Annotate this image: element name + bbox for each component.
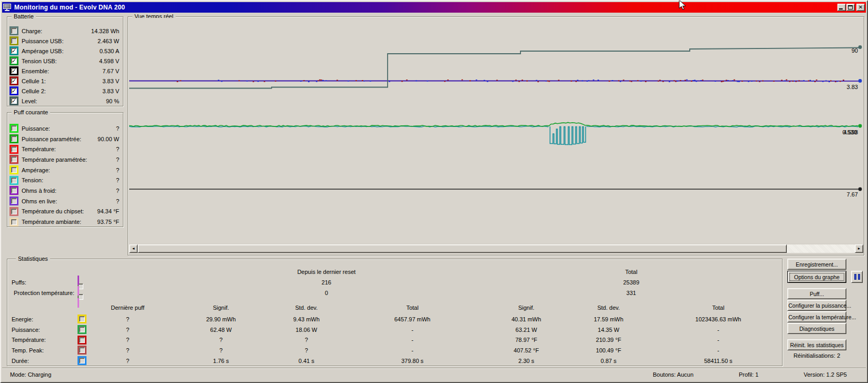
checkbox[interactable]: ✓ [11,58,17,64]
row-label: Température ambiante: [22,219,81,225]
table-cell: ? [162,337,280,343]
row-label: Ohms en live: [22,198,57,204]
list-item: ✓Tension USB:4.598 V [7,56,123,66]
checkbox[interactable] [11,188,17,193]
table-cell: 62.48 W [162,327,280,333]
color-swatch: ✓ [9,66,18,75]
enregistrement-button[interactable]: Enregistrement... [787,259,846,270]
check-icon: ✓ [12,99,16,103]
checkbox[interactable] [79,316,85,322]
table-cell [78,346,93,355]
color-swatch [9,165,18,174]
table-cell: - [333,337,492,343]
scroll-left-button[interactable]: ◄ [129,244,138,253]
scroll-right-button[interactable]: ► [855,244,863,253]
checkbox[interactable]: ✓ [11,68,17,74]
list-item: ✓Cellule 1:3.83 V [7,76,123,86]
table-cell: ? [93,327,162,333]
status-version: Version: 1.2 SP5 [804,368,847,381]
list-item: Puissance:? [7,123,123,134]
checkbox[interactable] [79,358,85,364]
checkbox[interactable] [11,156,17,162]
row-label: Température du chipset: [22,208,84,214]
checkbox[interactable]: ✓ [11,78,17,84]
checkbox[interactable] [79,347,85,353]
checkbox[interactable] [11,136,17,142]
color-swatch [9,26,18,35]
table-cell: ? [93,358,162,364]
total-header: Total [526,269,737,275]
row-label: Puissance paramétrée: [22,136,81,142]
color-swatch [78,356,86,365]
checkbox[interactable] [79,337,85,343]
table-cell: 29.90 mWh [162,316,280,322]
color-swatch: ✓ [9,46,18,55]
pause-graph-button[interactable] [851,271,863,283]
row-value: ? [116,198,119,204]
checkbox[interactable] [78,294,83,300]
maximize-button[interactable] [846,4,855,11]
configurer-puissance-button[interactable]: Configurer la puissance... [787,300,846,311]
options-graphe-button[interactable]: Options du graphe [787,271,846,283]
table-cell: 14.35 W [561,327,657,333]
color-swatch [9,197,18,205]
checkbox[interactable] [11,219,17,225]
color-swatch [78,325,86,334]
row-value: 3.83 V [102,78,119,84]
table-cell: 379.80 s [333,358,492,364]
row-label: Level: [22,98,37,104]
row-label: Température paramétrée: [22,156,87,163]
diagnostiques-button[interactable]: Diagnostiques [787,323,846,334]
checkbox[interactable] [11,198,17,204]
batterie-rows: Charge:14.328 WhPuissance USB:2.463 W✓Am… [7,26,123,106]
row-label: Tension: [22,177,43,183]
list-item: ✓Cellule 2:3.83 V [7,86,123,96]
scroll-left-icon: ◄ [132,247,136,250]
checkbox[interactable] [79,327,85,332]
checkbox[interactable] [11,209,17,214]
table-cell: Durée: [12,358,78,364]
table-cell: - [657,347,780,353]
row-label: Cellule 1: [22,78,46,84]
list-item: Ohms en live:? [7,196,123,207]
puffs-since-reset: 216 [221,279,432,286]
table-cell: ? [93,316,162,322]
color-swatch: ✓ [9,96,18,105]
row-label: Ohms à froid: [22,188,56,194]
list-item: Puissance USB:2.463 W [7,36,123,46]
level-line-value: 90 [852,47,858,54]
scrollbar-track[interactable] [787,244,855,253]
close-button[interactable]: ✕ [856,4,865,11]
puff-button[interactable]: Puff... [787,288,846,299]
row-value: 93.75 °F [97,219,119,225]
table-cell: ? [162,347,280,353]
checkbox[interactable] [11,146,17,152]
configurer-temperature-button[interactable]: Configurer la température... [787,311,846,322]
window-title: Monitoring du mod - Evolv DNA 200 [14,4,125,11]
checkbox[interactable] [11,28,17,34]
minimize-button[interactable] [837,4,846,11]
table-cell: 0.41 s [280,358,333,364]
color-swatch [9,134,18,143]
color-swatch [9,155,18,164]
checkbox[interactable] [11,125,17,131]
protection-since-reset: 0 [221,290,432,296]
table-row: Température:???-78.97 °F210.39 °F- [7,335,782,345]
checkbox[interactable]: ✓ [11,98,17,104]
row-value: 7.67 V [102,68,119,74]
checkbox[interactable] [11,178,17,183]
table-row: Temp. Peak:???-407.52 °F100.49 °F- [7,345,782,356]
app-window: Monitoring du mod - Evolv DNA 200 ✕ Batt… [0,0,868,383]
close-icon: ✕ [857,4,864,11]
row-label: Puissance USB: [22,38,63,44]
table-cell: Temp. Peak: [12,347,78,353]
reinit-statistiques-button[interactable]: Réinit. les statistiques [787,339,846,350]
checkbox[interactable] [11,38,17,44]
checkbox[interactable]: ✓ [11,48,17,54]
row-value: 90.00 W [98,136,119,142]
row-label: Ampérage USB: [22,48,63,54]
scrollbar-thumb[interactable] [138,244,787,253]
realtime-chart [129,18,864,243]
checkbox[interactable]: ✓ [11,88,17,94]
checkbox[interactable] [11,167,17,173]
